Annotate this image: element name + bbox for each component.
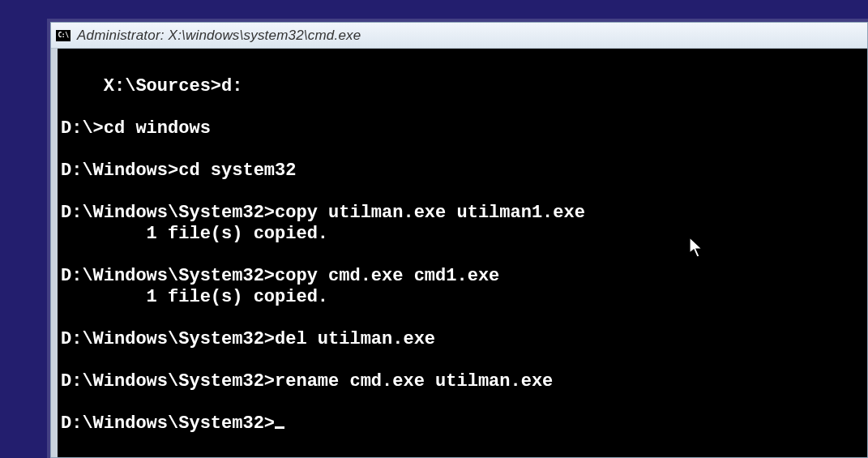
window-title: Administrator: X:\windows\system32\cmd.e… [77,28,361,44]
cmd-icon: C:\ [56,30,71,41]
text-cursor [275,426,284,429]
console-output: X:\Sources>d: D:\>cd windows D:\Windows>… [61,76,585,434]
cmd-window: C:\ Administrator: X:\windows\system32\c… [50,22,868,458]
console-area[interactable]: X:\Sources>d: D:\>cd windows D:\Windows>… [58,49,867,457]
titlebar[interactable]: C:\ Administrator: X:\windows\system32\c… [51,23,867,49]
scrollbar-rail[interactable] [51,49,58,457]
